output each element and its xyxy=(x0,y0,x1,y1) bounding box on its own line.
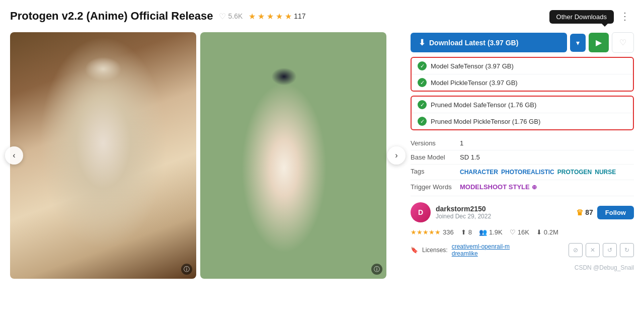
trigger-word[interactable]: MODELSHOOT STYLE ⊕ xyxy=(460,183,634,191)
lic-icon-3: ↺ xyxy=(603,243,617,257)
license-icon: 🔖 xyxy=(411,247,418,254)
file-item-3[interactable]: ✓ Pruned Model PickleTensor (1.76 GB) xyxy=(412,113,633,129)
like-section: ♡ 5.6K xyxy=(219,12,243,21)
stat-downloads: 👥 1.9K xyxy=(479,228,503,236)
check-icon-0: ✓ xyxy=(418,61,427,70)
stat-likes: ♡ 16K xyxy=(510,228,529,236)
check-icon-3: ✓ xyxy=(418,117,427,126)
download-pruned-dropdown: ✓ Pruned Model SafeTensor (1.76 GB) ✓ Pr… xyxy=(411,96,634,130)
author-right: ♛ 87 Follow xyxy=(576,206,634,219)
heart-icon: ♡ xyxy=(219,12,226,21)
download-stat-icon: 👥 xyxy=(479,228,487,236)
license-row: 🔖 Licenses: creativeml-openrail-m dreaml… xyxy=(411,240,634,260)
stat-reviews: 336 xyxy=(443,228,454,236)
author-name[interactable]: darkstorm2150 xyxy=(436,205,571,213)
tags-container: CHARACTER PHOTOREALISTIC PROTOGEN NURSE xyxy=(460,168,634,177)
lic-icon-4: ↻ xyxy=(620,243,634,257)
download-files-dropdown: ✓ Model SafeTensor (3.97 GB) ✓ Model Pic… xyxy=(411,57,634,92)
follow-button[interactable]: Follow xyxy=(597,206,634,219)
star-4: ★ xyxy=(276,12,283,21)
download-expand-button[interactable]: ▾ xyxy=(570,34,586,52)
play-button[interactable]: ▶ xyxy=(589,33,609,52)
license-icons: ⊘ ✕ ↺ ↻ xyxy=(569,243,634,257)
versions-row: Versions 1 xyxy=(411,136,634,150)
tag-nurse[interactable]: NURSE xyxy=(595,168,616,177)
tags-label: Tags xyxy=(411,168,456,175)
followers-stat-icon: ⬇ xyxy=(536,228,542,236)
lic-icon-2: ✕ xyxy=(586,243,600,257)
upload-icon: ⬆ xyxy=(461,228,466,236)
stat-uploads-count: 8 xyxy=(468,228,472,236)
check-icon-1: ✓ xyxy=(418,78,427,87)
image-card-left: ⓘ xyxy=(10,32,196,279)
file-label-2: Pruned Model SafeTensor (1.76 GB) xyxy=(431,101,536,109)
prev-image-button[interactable]: ‹ xyxy=(5,146,23,165)
base-model-label: Base Model xyxy=(411,153,456,161)
rating-count: 117 xyxy=(294,12,305,20)
model-sidebar: Other Downloads ⬇ Download Latest (3.97 … xyxy=(411,32,634,279)
license-label: Licenses: xyxy=(422,247,448,254)
author-avatar[interactable]: D xyxy=(411,202,431,222)
stat-followers-count: 0.2M xyxy=(544,228,558,236)
license-link-2-anchor[interactable]: dreamlike xyxy=(452,250,510,257)
trigger-words-row: Trigger Words MODELSHOOT STYLE ⊕ xyxy=(411,180,634,194)
page-title: Protogen v2.2 (Anime) Official Release xyxy=(10,10,213,23)
stat-star-icon: ★★★★★ xyxy=(411,228,441,236)
download-latest-button[interactable]: ⬇ Download Latest (3.97 GB) xyxy=(411,33,567,52)
stat-likes-count: 16K xyxy=(518,228,529,236)
trigger-words-label: Trigger Words xyxy=(411,183,456,191)
image-info-icon-left[interactable]: ⓘ xyxy=(181,264,192,275)
next-image-button[interactable]: › xyxy=(387,146,406,165)
versions-value: 1 xyxy=(460,139,634,147)
tag-character[interactable]: CHARACTER xyxy=(460,168,498,177)
file-item-1[interactable]: ✓ Model PickleTensor (3.97 GB) xyxy=(412,74,633,91)
star-1: ★ xyxy=(249,12,256,21)
file-label-3: Pruned Model PickleTensor (1.76 GB) xyxy=(431,118,540,125)
star-3: ★ xyxy=(267,12,274,21)
other-downloads-tooltip: Other Downloads xyxy=(549,10,614,24)
download-buttons-row: ⬇ Download Latest (3.97 GB) ▾ ▶ ♡ xyxy=(411,32,634,53)
like-count: 5.6K xyxy=(228,12,243,20)
base-model-row: Base Model SD 1.5 xyxy=(411,150,634,165)
trigger-words-container: MODELSHOOT STYLE ⊕ xyxy=(460,183,634,191)
tag-photorealistic[interactable]: PHOTOREALISTIC xyxy=(501,168,554,177)
lic-icon-1: ⊘ xyxy=(569,243,583,257)
stat-followers: ⬇ 0.2M xyxy=(536,228,558,236)
author-stats: ★★★★★ 336 ⬆ 8 👥 1.9K ♡ 16K ⬇ 0.2M xyxy=(411,226,634,240)
author-joined: Joined Dec 29, 2022 xyxy=(436,213,571,220)
license-link-1[interactable]: creativeml-openrail-m dreamlike xyxy=(452,243,510,257)
base-model-value: SD 1.5 xyxy=(460,153,634,161)
file-label-0: Model SafeTensor (3.97 GB) xyxy=(431,62,514,70)
stat-uploads: ⬆ 8 xyxy=(461,228,472,236)
footer-credit: CSDN @Debug_Snail xyxy=(411,260,634,271)
rating-section: ★ ★ ★ ★ ★ 117 xyxy=(249,12,305,21)
image-card-right: ⓘ xyxy=(200,32,386,279)
copy-icon[interactable]: ⊕ xyxy=(532,184,537,191)
crown-score: ♛ 87 xyxy=(576,208,593,217)
more-options-button[interactable]: ⋮ xyxy=(616,8,634,24)
author-section: D darkstorm2150 Joined Dec 29, 2022 ♛ 87… xyxy=(411,196,634,226)
versions-label: Versions xyxy=(411,139,456,147)
file-item-2[interactable]: ✓ Pruned Model SafeTensor (1.76 GB) xyxy=(412,97,633,113)
crown-icon: ♛ xyxy=(576,208,583,217)
check-icon-2: ✓ xyxy=(418,100,427,109)
stat-downloads-count: 1.9K xyxy=(489,228,503,236)
star-2: ★ xyxy=(258,12,265,21)
tag-protogen[interactable]: PROTOGEN xyxy=(557,168,592,177)
file-item-0[interactable]: ✓ Model SafeTensor (3.97 GB) xyxy=(412,58,633,74)
license-link-1-anchor[interactable]: creativeml-openrail-m xyxy=(452,243,510,250)
image-gallery: ⓘ ⓘ ‹ › xyxy=(10,32,403,279)
likes-stat-icon: ♡ xyxy=(510,228,516,236)
download-icon: ⬇ xyxy=(419,38,425,47)
star-5: ★ xyxy=(285,12,292,21)
file-label-1: Model PickleTensor (3.97 GB) xyxy=(431,79,518,87)
favorite-button[interactable]: ♡ xyxy=(612,32,634,53)
image-info-icon-right[interactable]: ⓘ xyxy=(371,264,382,275)
author-info: darkstorm2150 Joined Dec 29, 2022 xyxy=(436,205,571,220)
tags-row: Tags CHARACTER PHOTOREALISTIC PROTOGEN N… xyxy=(411,165,634,180)
stat-stars: ★★★★★ 336 xyxy=(411,228,454,236)
